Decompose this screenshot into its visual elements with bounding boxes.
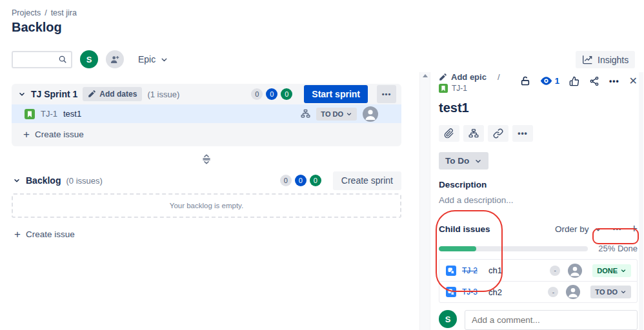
estimate-badge[interactable]: - [550,266,560,276]
sprint-status-badges: 0 0 0 [251,88,292,100]
paperclip-icon [444,128,454,139]
sprint-name: TJ Sprint 1 [31,89,77,99]
watch-button[interactable]: 1 [540,76,559,86]
pencil-icon [88,90,96,98]
collapse-chevron-icon[interactable] [18,90,26,98]
child-summary: ch1 [488,266,502,275]
attach-button[interactable] [439,125,459,142]
search-icon [58,55,67,64]
child-issues-header: Child issues Order by ··· + [439,222,638,236]
breadcrumb-projects-link[interactable]: Projects [12,8,41,17]
breadcrumb-separator: / [45,8,46,17]
estimate-badge[interactable]: - [548,287,558,297]
add-epic-button[interactable]: Add epic / [439,72,520,82]
sprint-create-issue-button[interactable]: + Create issue [12,123,401,145]
comment-input[interactable] [465,310,638,330]
detail-action-row: ••• [439,125,638,142]
backlog-panel: TJ Sprint 1 Add dates (1 issue) 0 0 0 St… [12,84,401,245]
pencil-icon [439,73,447,81]
link-issue-button[interactable] [488,125,508,142]
detail-title[interactable]: test1 [439,101,638,115]
panel-resize-handle[interactable] [200,154,213,164]
start-sprint-button[interactable]: Start sprint [304,85,368,103]
detail-issue-key-link[interactable]: TJ-1 [439,84,520,93]
inprogress-count-badge: 0 [266,88,277,100]
backlog-empty-message: Your backlog is empty. [170,202,243,209]
child-summary: ch2 [488,287,502,297]
child-progress-label: 25% Done [596,244,638,253]
add-dates-button[interactable]: Add dates [83,87,142,101]
assignee-avatar[interactable] [363,106,378,122]
story-icon [25,109,35,119]
child-issues-more-button[interactable]: ··· [612,224,621,235]
chevron-down-icon [594,226,602,233]
plus-icon: + [23,129,30,140]
create-sprint-button[interactable]: Create sprint [333,171,401,190]
child-status-label: TO DO [595,288,618,296]
detail-more-button[interactable]: ••• [609,77,619,86]
child-progress-fill [439,246,476,251]
breadcrumb-project-link[interactable]: test jira [51,8,77,17]
search-input[interactable] [17,53,58,66]
child-progress-bar [439,246,588,251]
done-count-badge: 0 [281,88,292,100]
share-icon[interactable] [589,76,599,86]
collapse-chevron-icon[interactable] [13,177,21,184]
add-people-button[interactable] [106,50,124,68]
child-issues-list: TJ-2 ch1 - DONE TJ-3 ch2 - [439,259,638,303]
scroll-up-icon[interactable] [423,74,428,77]
order-by-label: Order by [555,224,589,234]
backlog-section-header: Backlog (0 issues) 0 0 0 Create sprint [12,171,401,190]
subtask-icon [446,287,456,297]
user-avatar[interactable]: S [80,50,98,68]
description-label: Description [439,180,638,189]
detail-actions-more-button[interactable]: ••• [512,125,533,142]
search-input-wrapper [12,51,72,68]
add-child-issue-button[interactable] [463,125,484,142]
chevron-down-icon [160,55,168,64]
add-child-button[interactable]: + [630,222,638,236]
chevron-down-icon [620,289,627,295]
epic-filter-label: Epic [138,54,156,64]
detail-panel-scrollbar[interactable] [419,72,430,330]
sprint-container: TJ Sprint 1 Add dates (1 issue) 0 0 0 St… [12,84,401,146]
lock-icon[interactable] [520,75,530,86]
backlog-section-name: Backlog [26,175,61,186]
board-controls: S Epic [12,50,168,68]
todo-count-badge: 0 [280,175,292,186]
assignee-avatar[interactable] [568,264,582,278]
child-issue-row[interactable]: TJ-2 ch1 - DONE [439,260,637,281]
subtask-tree-icon[interactable] [301,109,310,119]
sprint-more-button[interactable]: ••• [377,85,396,103]
page-title: Backlog [12,20,62,35]
issue-summary: test1 [63,109,81,119]
issue-status-dropdown[interactable]: TO DO [316,108,357,121]
comment-section: S [439,310,638,330]
child-key[interactable]: TJ-2 [462,266,480,275]
backlog-create-issue-button[interactable]: + Create issue [12,223,401,245]
insights-button[interactable]: Insights [576,51,635,68]
breadcrumb: Projects / test jira [12,8,77,17]
close-icon[interactable]: ✕ [629,75,638,87]
child-issue-row[interactable]: TJ-3 ch2 - TO DO [439,281,637,302]
insights-chart-icon [582,55,593,64]
sprint-issue-row[interactable]: TJ-1 test1 TO DO [12,104,401,123]
epic-filter-dropdown[interactable]: Epic [138,54,168,64]
detail-status-dropdown[interactable]: To Do [439,152,488,170]
order-by-dropdown[interactable]: Order by [555,224,603,234]
create-issue-label: Create issue [35,130,84,139]
child-key[interactable]: TJ-3 [462,287,480,296]
page-scrollbar[interactable] [639,72,643,330]
backlog-issue-count: (0 issues) [66,176,102,186]
child-status-dropdown[interactable]: TO DO [590,286,631,298]
story-icon [439,84,448,93]
subtask-icon [446,266,456,276]
thumbs-up-icon[interactable] [569,76,579,86]
watch-count: 1 [555,76,559,86]
description-placeholder[interactable]: Add a description... [439,195,638,205]
issue-key: TJ-1 [41,109,57,119]
child-status-dropdown[interactable]: DONE [592,264,631,277]
create-issue-label: Create issue [26,229,75,239]
assignee-avatar[interactable] [566,285,580,299]
link-icon [493,128,503,139]
